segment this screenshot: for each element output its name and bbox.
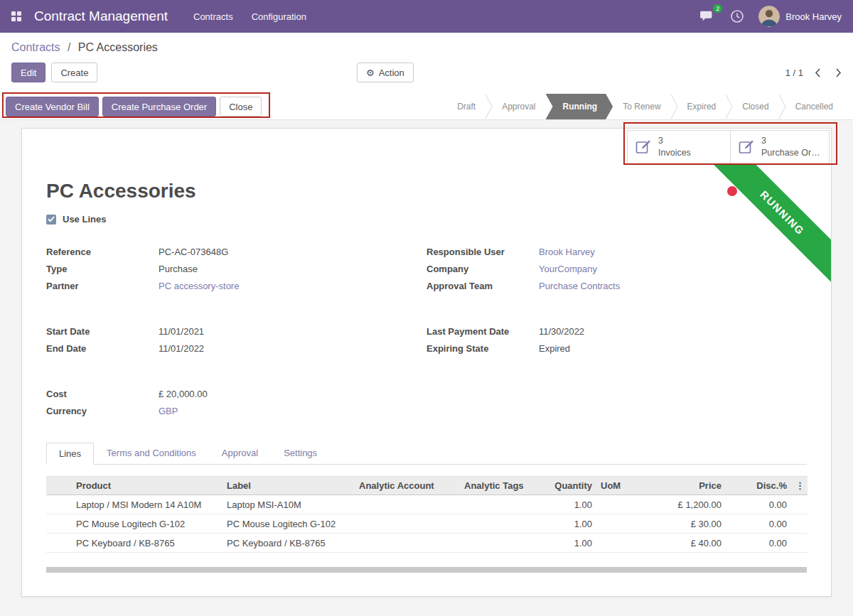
nav-item-contracts[interactable]: Contracts bbox=[193, 11, 233, 22]
close-button[interactable]: Close bbox=[220, 97, 262, 117]
status-step-draft[interactable]: Draft bbox=[448, 94, 485, 119]
currency-link[interactable]: GBP bbox=[159, 406, 178, 416]
label-cell[interactable]: PC Mouse Logitech G-102 bbox=[222, 514, 355, 534]
invoices-count: 3 bbox=[658, 135, 691, 147]
col-quantity[interactable]: Quantity bbox=[534, 477, 596, 495]
col-price[interactable]: Price bbox=[640, 477, 726, 495]
row-end-cell bbox=[791, 495, 808, 514]
action-button[interactable]: ⚙ Action bbox=[357, 63, 414, 82]
purchase-orders-smart-button[interactable]: 3 Purchase Or… bbox=[730, 130, 830, 164]
uom-cell[interactable] bbox=[596, 514, 640, 534]
analytic-account-cell[interactable] bbox=[355, 514, 460, 534]
product-cell[interactable]: Laptop / MSI Modern 14 A10M bbox=[72, 495, 222, 514]
field-partner: Partner PC accessory-store bbox=[46, 277, 426, 294]
tab-terms-and-conditions[interactable]: Terms and Conditions bbox=[94, 442, 209, 464]
partner-link[interactable]: PC accessory-store bbox=[159, 281, 239, 291]
price-cell[interactable]: £ 30.00 bbox=[640, 514, 726, 534]
uom-cell[interactable] bbox=[596, 534, 640, 553]
col-analytic-account[interactable]: Analytic Account bbox=[355, 477, 460, 495]
table-row[interactable]: PC Mouse Logitech G-102 PC Mouse Logitec… bbox=[46, 514, 808, 534]
create-button[interactable]: Create bbox=[51, 63, 97, 82]
row-handle-cell bbox=[46, 534, 72, 553]
horizontal-scrollbar[interactable] bbox=[46, 567, 807, 573]
field-last-payment-date: Last Payment Date 11/30/2022 bbox=[426, 323, 807, 340]
status-step-running[interactable]: Running bbox=[546, 94, 613, 119]
col-uom[interactable]: UoM bbox=[596, 477, 640, 495]
top-navbar: Contract Management Contracts Configurat… bbox=[0, 0, 853, 33]
field-group-1: Reference PC-AC-073648G Type Purchase Pa… bbox=[46, 243, 807, 294]
create-purchase-order-button[interactable]: Create Purchase Order bbox=[102, 97, 216, 117]
label-cell[interactable]: PC Keyboard / KB-8765 bbox=[222, 534, 355, 553]
field-value: 11/01/2021 bbox=[159, 326, 204, 337]
disc-cell[interactable]: 0.00 bbox=[726, 534, 791, 553]
analytic-account-cell[interactable] bbox=[355, 495, 460, 514]
optional-columns-icon[interactable]: ⋮ bbox=[791, 477, 808, 495]
create-vendor-bill-button[interactable]: Create Vendor Bill bbox=[6, 97, 99, 117]
tab-approval[interactable]: Approval bbox=[209, 442, 271, 464]
analytic-tags-cell[interactable] bbox=[460, 514, 534, 534]
table-row[interactable]: Laptop / MSI Modern 14 A10M Laptop MSI-A… bbox=[46, 495, 808, 514]
quantity-cell[interactable]: 1.00 bbox=[534, 514, 596, 534]
approval-team-link[interactable]: Purchase Contracts bbox=[539, 281, 620, 291]
apps-menu-icon[interactable] bbox=[11, 11, 21, 21]
purchase-orders-count: 3 bbox=[761, 135, 820, 147]
field-group-3: Cost £ 20,000.00 Currency GBP bbox=[46, 385, 807, 419]
edit-button[interactable]: Edit bbox=[11, 63, 45, 82]
field-end-date: End Date 11/01/2022 bbox=[46, 340, 426, 357]
status-step-closed[interactable]: Closed bbox=[733, 94, 778, 119]
analytic-account-cell[interactable] bbox=[355, 534, 460, 553]
responsible-user-link[interactable]: Brook Harvey bbox=[539, 247, 595, 257]
col-analytic-tags[interactable]: Analytic Tags bbox=[460, 477, 534, 495]
analytic-tags-cell[interactable] bbox=[460, 495, 534, 514]
use-lines-checkbox[interactable] bbox=[46, 215, 56, 225]
user-name: Brook Harvey bbox=[785, 11, 842, 22]
product-cell[interactable]: PC Keyboard / KB-8765 bbox=[72, 534, 222, 553]
status-step-approval[interactable]: Approval bbox=[493, 94, 544, 119]
price-cell[interactable]: £ 1,200.00 bbox=[640, 495, 726, 514]
field-label: Type bbox=[46, 264, 159, 274]
uom-cell[interactable] bbox=[596, 495, 640, 514]
status-step-expired[interactable]: Expired bbox=[678, 94, 726, 119]
user-menu[interactable]: Brook Harvey bbox=[758, 6, 842, 27]
nav-item-configuration[interactable]: Configuration bbox=[252, 11, 306, 22]
company-link[interactable]: YourCompany bbox=[539, 264, 597, 274]
notebook-tabs: Lines Terms and Conditions Approval Sett… bbox=[46, 442, 807, 465]
breadcrumb-separator: / bbox=[68, 41, 70, 53]
table-header-row: Product Label Analytic Account Analytic … bbox=[46, 477, 808, 495]
pager-next-button[interactable] bbox=[836, 68, 842, 77]
messages-icon[interactable]: 2 bbox=[700, 9, 716, 23]
field-label: Currency bbox=[46, 406, 159, 416]
clock-icon bbox=[730, 9, 744, 23]
col-label[interactable]: Label bbox=[222, 477, 355, 495]
row-handle-cell bbox=[46, 514, 72, 534]
product-cell[interactable]: PC Mouse Logitech G-102 bbox=[72, 514, 222, 534]
status-separator bbox=[778, 94, 786, 119]
activities-icon[interactable] bbox=[730, 9, 744, 23]
statusbar-row: Create Vendor Bill Create Purchase Order… bbox=[0, 94, 853, 120]
invoices-smart-button[interactable]: 3 Invoices bbox=[627, 130, 731, 164]
disc-cell[interactable]: 0.00 bbox=[726, 495, 791, 514]
disc-cell[interactable]: 0.00 bbox=[726, 514, 791, 534]
field-label: End Date bbox=[46, 343, 159, 354]
tab-settings[interactable]: Settings bbox=[271, 442, 330, 464]
field-company: Company YourCompany bbox=[426, 260, 807, 277]
label-cell[interactable]: Laptop MSI-A10M bbox=[222, 495, 355, 514]
table-row[interactable]: PC Keyboard / KB-8765 PC Keyboard / KB-8… bbox=[46, 534, 808, 553]
quantity-cell[interactable]: 1.00 bbox=[534, 495, 596, 514]
field-value: 11/01/2022 bbox=[159, 343, 204, 354]
app-title: Contract Management bbox=[34, 9, 168, 24]
col-product[interactable]: Product bbox=[72, 477, 222, 495]
tab-lines[interactable]: Lines bbox=[46, 443, 94, 465]
edit-document-icon bbox=[635, 139, 652, 156]
price-cell[interactable]: £ 40.00 bbox=[640, 534, 726, 553]
status-step-cancelled[interactable]: Cancelled bbox=[786, 94, 842, 119]
quantity-cell[interactable]: 1.00 bbox=[534, 534, 596, 553]
field-group-2: Start Date 11/01/2021 End Date 11/01/202… bbox=[46, 323, 807, 357]
breadcrumb-parent-link[interactable]: Contracts bbox=[11, 41, 60, 53]
analytic-tags-cell[interactable] bbox=[460, 534, 534, 553]
col-disc[interactable]: Disc.% bbox=[726, 477, 791, 495]
pager-previous-button[interactable] bbox=[815, 68, 820, 77]
status-step-to-renew[interactable]: To Renew bbox=[613, 94, 670, 119]
avatar bbox=[758, 6, 780, 27]
field-reference: Reference PC-AC-073648G bbox=[46, 243, 426, 260]
